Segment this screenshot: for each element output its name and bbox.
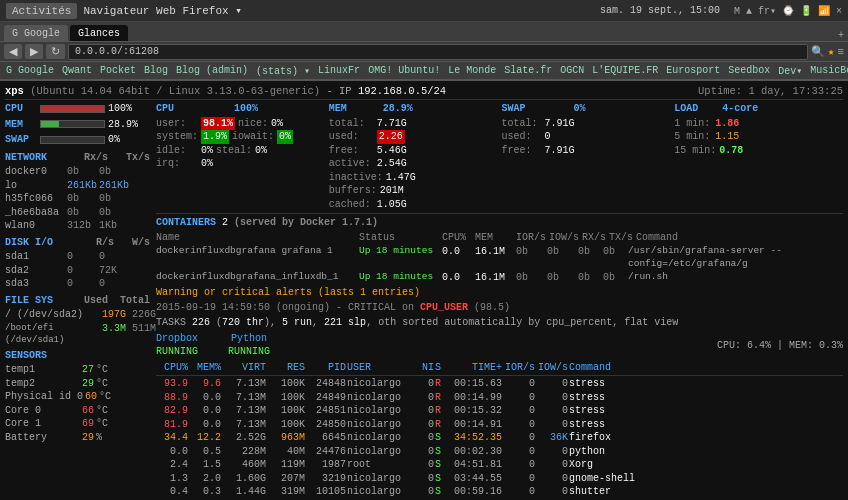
proc-row-5: 34.4 12.2 2.52G 963M 6645 nicolargo 0 S … (156, 431, 843, 445)
fs-root: / (/dev/sda2) 197G 226G (5, 308, 150, 322)
sensor-temp1: temp1 27°C (5, 363, 150, 377)
proc-row-8: 1.3 2.0 1.60G 207M 3219 nicolargo 0 S 03… (156, 472, 843, 486)
url-bar[interactable]: 0.0.0.0/:61208 (68, 44, 808, 60)
bookmark-lemonde[interactable]: Le Monde (448, 65, 496, 76)
cpu-label: CPU (5, 102, 37, 116)
cpu-row: CPU 100% (5, 102, 150, 116)
tab-glances[interactable]: Glances (70, 25, 128, 41)
bookmark-omg[interactable]: OMG! Ubuntu! (368, 65, 440, 76)
forward-button[interactable]: ▶ (25, 44, 43, 59)
python-app: Python RUNNING (228, 332, 270, 359)
tasks-section: TASKS 226 (720 thr), 5 run, 221 slp, oth… (156, 316, 843, 330)
net-tx-wlan0: 1Kb (99, 219, 117, 233)
alert-detail: 2015-09-19 14:59:50 (ongoing) - CRITICAL… (156, 301, 843, 315)
net-tx-h6e: 0b (99, 206, 111, 220)
swap-bar (40, 136, 105, 144)
mem-row: MEM 28.9% (5, 118, 150, 132)
tab-g-google[interactable]: G Google (4, 25, 68, 41)
bookmark-stats[interactable]: (stats) ▾ (256, 65, 310, 77)
bookmark-linuxfr[interactable]: LinuxFr (318, 65, 360, 76)
bookmark-musicbox[interactable]: MusicBox (810, 65, 848, 76)
url-bar-row: ◀ ▶ ↻ 0.0.0.0/:61208 🔍 ★ ≡ (0, 42, 848, 62)
bookmarks-bar: G Google Qwant Pocket Blog Blog (admin) … (0, 62, 848, 80)
container-row-2: dockerinfluxdbgrafana_influxdb_1 Up 18 m… (156, 271, 843, 285)
mem-details: MEM 28.9% total: 7.71G used: 2.26 free: … (329, 102, 498, 211)
main-content: xps (Ubuntu 14.04 64bit / Linux 3.13.0-6… (0, 81, 848, 500)
sensor-core0: Core 0 66°C (5, 404, 150, 418)
dropbox-app: Dropbox RUNNING (156, 332, 198, 359)
load-details: LOAD 4-core 1 min: 1.86 5 min: 1.15 15 m… (674, 102, 843, 211)
sensor-temp2: temp2 29°C (5, 377, 150, 391)
left-sidebar: CPU 100% MEM 28.9% (5, 102, 150, 500)
nav-right: + (838, 30, 844, 41)
host-info: xps (Ubuntu 14.04 64bit / Linux 3.13.0-6… (5, 84, 446, 98)
proc-row-4: 81.9 0.0 7.13M 100K 24850 nicolargo 0 R … (156, 418, 843, 432)
net-rx-wlan0: 312b (67, 219, 97, 233)
bookmark-seedbox[interactable]: Seedbox (728, 65, 770, 76)
back-button[interactable]: ◀ (4, 44, 22, 59)
proc-headers: CPU% MEM% VIRT RES PID USER NI S TIME+ I… (156, 361, 843, 377)
hostname: xps (5, 85, 24, 97)
swap-details: SWAP 0% total: 7.91G used: 0 free: 7.91G (502, 102, 671, 211)
fs-boot: /boot/efi (/dev/sda1) 3.3M 511M (5, 322, 150, 346)
proc-row-9: 0.4 0.3 1.44G 319M 10105 nicolargo 0 S 0… (156, 485, 843, 499)
alert-label: Warning or critical alerts (lasts 1 entr… (156, 287, 420, 298)
diskio-header: DISK I/O R/s W/s (5, 236, 150, 250)
host-header: xps (Ubuntu 14.04 64bit / Linux 3.13.0-6… (5, 84, 843, 100)
filesys-section: FILE SYS Used Total / (/dev/sda2) 197G 2… (5, 294, 150, 346)
sensors-label: SENSORS (5, 349, 150, 363)
containers-section: CONTAINERS 2 (served by Docker 1.7.1) Na… (156, 216, 843, 284)
bookmark-google[interactable]: G Google (6, 65, 54, 76)
right-content: CPU 100% user: 98.1% nice: 0% system: 1.… (156, 102, 843, 500)
bookmark-qwant[interactable]: Qwant (62, 65, 92, 76)
filesys-label: FILE SYS (5, 294, 53, 308)
net-h6e6ba8a: _h6e6ba8a 0b 0b (5, 206, 150, 220)
bookmark-eurosport[interactable]: Eurosport (666, 65, 720, 76)
bookmark-blog-admin[interactable]: Blog (admin) (176, 65, 248, 76)
bookmark-ogcn[interactable]: OGCN (560, 65, 584, 76)
network-header: NETWORK Rx/s Tx/s (5, 151, 150, 165)
ip-value: 192.168.0.5/24 (358, 85, 446, 97)
sensor-physical-id0: Physical id 0 60°C (5, 390, 150, 404)
bookmark-pocket[interactable]: Pocket (100, 65, 136, 76)
net-rx-h6e: 0b (67, 206, 97, 220)
network-label: NETWORK (5, 151, 47, 165)
net-lo: lo 261Kb 261Kb (5, 179, 150, 193)
bookmark-dev[interactable]: Dev▾ (778, 65, 802, 77)
cpu-percent: 100% (108, 102, 132, 116)
cpu-section: CPU 100% (5, 102, 150, 116)
star-icon[interactable]: ★ (828, 45, 835, 58)
bookmark-lequipe[interactable]: L'EQUIPE.FR (592, 65, 658, 76)
container-row-1: dockerinfluxdbgrafana grafana 1 Up 18 mi… (156, 245, 843, 271)
net-rx-h35: 0b (67, 192, 97, 206)
process-list: CPU% MEM% VIRT RES PID USER NI S TIME+ I… (156, 361, 843, 500)
network-section: NETWORK Rx/s Tx/s docker0 0b 0b lo 261Kb… (5, 151, 150, 233)
ip-label: - IP (326, 85, 358, 97)
filesys-col-headers: Used Total (84, 294, 150, 308)
diskio-section: DISK I/O R/s W/s sda1 0 0 sda2 0 72K sda… (5, 236, 150, 291)
activities-button[interactable]: Activités (6, 3, 77, 19)
net-iface-wlan0: wlan0 (5, 219, 65, 233)
bookmark-slate[interactable]: Slate.fr (504, 65, 552, 76)
net-wlan0: wlan0 312b 1Kb (5, 219, 150, 233)
proc-row-7: 2.4 1.5 460M 119M 1987 root 0 S 04:51.81… (156, 458, 843, 472)
menu-icon[interactable]: ≡ (837, 46, 844, 58)
refresh-button[interactable]: ↻ (46, 44, 65, 59)
swap-percent: 0% (108, 133, 120, 147)
alert-section: Warning or critical alerts (lasts 1 entr… (156, 286, 843, 300)
containers-col-headers: Name Status CPU% MEM IOR/s IOW/s RX/s TX… (156, 231, 843, 245)
net-iface-h35: h35fc066 (5, 192, 65, 206)
datetime: sam. 19 sept., 15:00 (600, 5, 720, 16)
net-rx-lo: 261Kb (67, 179, 97, 193)
bookmark-blog[interactable]: Blog (144, 65, 168, 76)
cpu-details: CPU 100% user: 98.1% nice: 0% system: 1.… (156, 102, 325, 211)
app-title: Navigateur Web Firefox ▾ (83, 4, 241, 17)
net-iface-lo: lo (5, 179, 65, 193)
cpu-bar (40, 105, 105, 113)
mem-bar (40, 120, 105, 128)
proc-row-1: 93.9 9.6 7.13M 100K 24848 nicolargo 0 R … (156, 377, 843, 391)
swap-label: SWAP (5, 133, 37, 147)
mem-label: MEM (5, 118, 37, 132)
search-icon: 🔍 (811, 45, 825, 58)
top-metrics: CPU 100% user: 98.1% nice: 0% system: 1.… (156, 102, 843, 214)
